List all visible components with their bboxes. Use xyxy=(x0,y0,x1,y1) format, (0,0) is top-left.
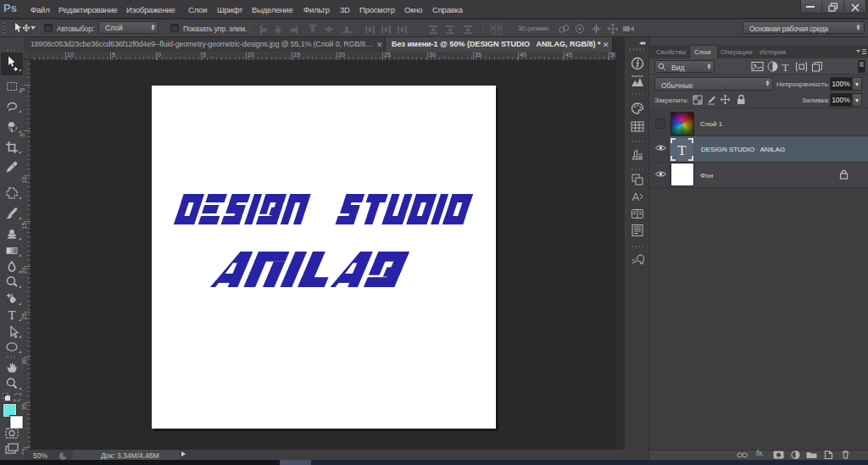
svg-text:T: T xyxy=(677,142,687,158)
svg-text:T: T xyxy=(782,61,789,72)
svg-text:T: T xyxy=(8,308,15,322)
